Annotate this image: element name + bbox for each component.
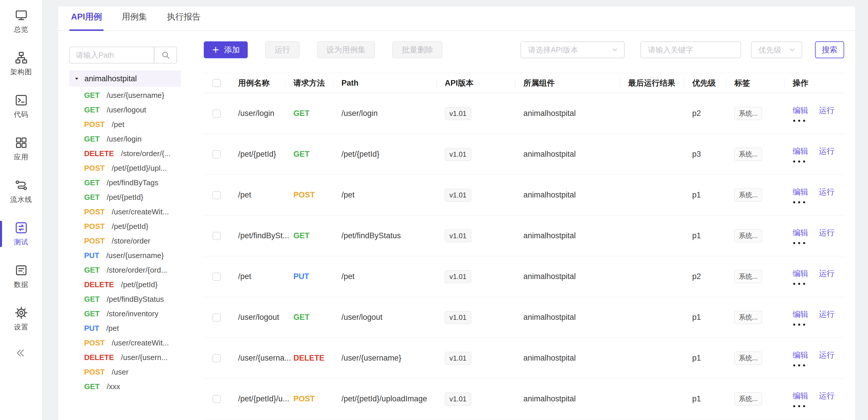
tree-item[interactable]: POST /pet/{petId} xyxy=(69,219,194,234)
batch-delete-button[interactable]: 批量删除 xyxy=(392,41,442,58)
ellipsis-icon[interactable] xyxy=(793,405,805,407)
row-checkbox[interactable] xyxy=(213,313,221,322)
run-link[interactable]: 运行 xyxy=(819,309,835,320)
version-cell: v1.01 xyxy=(437,134,515,175)
http-method-label: GET xyxy=(84,91,99,100)
case-name-cell: /pet/findBySt... xyxy=(230,215,285,256)
tab-api-cases[interactable]: API用例 xyxy=(69,11,104,30)
tree-item[interactable]: POST /user xyxy=(69,365,194,379)
row-checkbox[interactable] xyxy=(213,110,221,118)
sidebar-item-pipeline[interactable]: 流水线 xyxy=(0,170,42,213)
row-checkbox[interactable] xyxy=(213,273,221,281)
tree-search-row xyxy=(69,47,194,63)
tree-item[interactable]: POST /pet/{petId}/upl... xyxy=(69,161,194,175)
run-link[interactable]: 运行 xyxy=(819,146,835,156)
sidebar-item-test[interactable]: 测试 xyxy=(0,213,42,255)
path-cell: /user/logout xyxy=(333,297,437,337)
select-all-checkbox[interactable] xyxy=(213,79,221,87)
tree-item[interactable]: POST /store/order xyxy=(69,234,194,248)
path-cell: /pet/{petId}/uploadImage xyxy=(333,379,437,419)
api-version-select[interactable]: 请选择API版本 xyxy=(521,41,625,58)
edit-link[interactable]: 编辑 xyxy=(793,187,808,197)
endpoint-path-label: /user/login xyxy=(106,134,142,144)
sidebar-item-apps[interactable]: 应用 xyxy=(0,127,42,170)
tree-item[interactable]: GET /xxx xyxy=(69,379,194,394)
ellipsis-icon[interactable] xyxy=(793,120,805,122)
tree-item[interactable]: POST /user/createWit... xyxy=(69,335,194,350)
ellipsis-icon[interactable] xyxy=(793,324,805,326)
sidebar-item-label: 测试 xyxy=(14,237,29,247)
tree-item[interactable]: PUT /pet xyxy=(69,321,194,335)
run-link[interactable]: 运行 xyxy=(819,187,835,197)
tree-item[interactable]: DELETE /store/order/{... xyxy=(69,146,194,161)
tree-item[interactable]: GET /user/{username} xyxy=(69,88,194,102)
edit-link[interactable]: 编辑 xyxy=(793,268,808,279)
path-search-input[interactable] xyxy=(69,47,154,63)
tree-item[interactable]: POST /user/createWit... xyxy=(69,205,194,219)
version-cell: v1.01 xyxy=(437,256,515,297)
tree-item[interactable]: GET /user/logout xyxy=(69,102,194,117)
sidebar-collapse-button[interactable] xyxy=(0,344,42,362)
set-suite-button[interactable]: 设为用例集 xyxy=(317,41,375,58)
sidebar-item-settings[interactable]: 设置 xyxy=(0,298,42,340)
method-cell: POST xyxy=(285,379,333,419)
ellipsis-icon[interactable] xyxy=(793,160,805,162)
ellipsis-icon[interactable] xyxy=(793,242,805,244)
sidebar-item-code[interactable]: 代码 xyxy=(0,85,42,127)
tree-item[interactable]: GET /pet/findByStatus xyxy=(69,292,194,306)
http-method-label: POST xyxy=(84,207,105,216)
sidebar-item-data[interactable]: 数据 xyxy=(0,255,42,298)
endpoint-path-label: /user/logout xyxy=(106,106,146,115)
http-method-label: GET xyxy=(84,178,99,187)
version-cell: v1.01 xyxy=(437,215,515,256)
search-button[interactable]: 搜索 xyxy=(815,41,844,58)
tab-run-reports[interactable]: 执行报告 xyxy=(165,11,202,30)
edit-link[interactable]: 编辑 xyxy=(793,228,808,238)
run-link[interactable]: 运行 xyxy=(819,268,835,279)
edit-link[interactable]: 编辑 xyxy=(793,309,808,320)
run-link[interactable]: 运行 xyxy=(819,350,835,360)
edit-link[interactable]: 编辑 xyxy=(793,105,808,116)
tree-node-label: animalhostpital xyxy=(85,74,137,83)
run-link[interactable]: 运行 xyxy=(819,391,835,401)
tree-item[interactable]: DELETE /user/{usern... xyxy=(69,350,194,365)
tree-item[interactable]: DELETE /pet/{petId} xyxy=(69,277,194,292)
keyword-input[interactable] xyxy=(640,41,741,58)
ellipsis-icon[interactable] xyxy=(793,201,805,203)
tab-case-suites[interactable]: 用例集 xyxy=(120,11,149,30)
tag-badge: 系统... xyxy=(734,148,762,161)
ellipsis-icon[interactable] xyxy=(793,283,805,285)
add-button[interactable]: 添加 xyxy=(204,41,248,58)
row-checkbox[interactable] xyxy=(213,395,221,403)
endpoint-path-label: /pet/findByTags xyxy=(106,178,158,187)
edit-link[interactable]: 编辑 xyxy=(793,146,808,156)
sidebar-item-architecture[interactable]: 架构图 xyxy=(0,42,42,85)
tree-item[interactable]: GET /user/login xyxy=(69,132,194,146)
tree-item[interactable]: GET /store/order/{ord... xyxy=(69,263,194,277)
priority-select[interactable]: 优先级 xyxy=(751,41,802,58)
version-badge: v1.01 xyxy=(445,311,471,324)
run-button[interactable]: 运行 xyxy=(265,41,300,58)
tree-item[interactable]: GET /store/inventory xyxy=(69,306,194,321)
sidebar-item-label: 数据 xyxy=(14,280,29,289)
row-checkbox[interactable] xyxy=(213,191,221,199)
tree-node-component[interactable]: animalhostpital xyxy=(69,70,181,87)
path-search-button[interactable] xyxy=(154,47,177,63)
run-link[interactable]: 运行 xyxy=(819,228,835,238)
edit-link[interactable]: 编辑 xyxy=(793,350,808,360)
edit-link[interactable]: 编辑 xyxy=(793,391,808,401)
tree-item[interactable]: GET /pet/{petId} xyxy=(69,190,194,205)
table-row: /pet PUT /pet v1.01 animalhostpital p2 系… xyxy=(204,256,844,297)
col-case-name: 用例名称 xyxy=(230,73,285,93)
sidebar-item-overview[interactable]: 总览 xyxy=(0,0,42,42)
tree-item[interactable]: POST /pet xyxy=(69,117,194,132)
http-method-label: DELETE xyxy=(84,280,114,289)
row-checkbox[interactable] xyxy=(213,354,221,362)
case-name-cell: /user/logout xyxy=(230,297,285,337)
row-checkbox[interactable] xyxy=(213,232,221,240)
tree-item[interactable]: PUT /user/{username} xyxy=(69,248,194,263)
row-checkbox[interactable] xyxy=(213,150,221,158)
tree-item[interactable]: GET /pet/findByTags xyxy=(69,175,194,190)
ellipsis-icon[interactable] xyxy=(793,364,805,366)
run-link[interactable]: 运行 xyxy=(819,105,835,116)
